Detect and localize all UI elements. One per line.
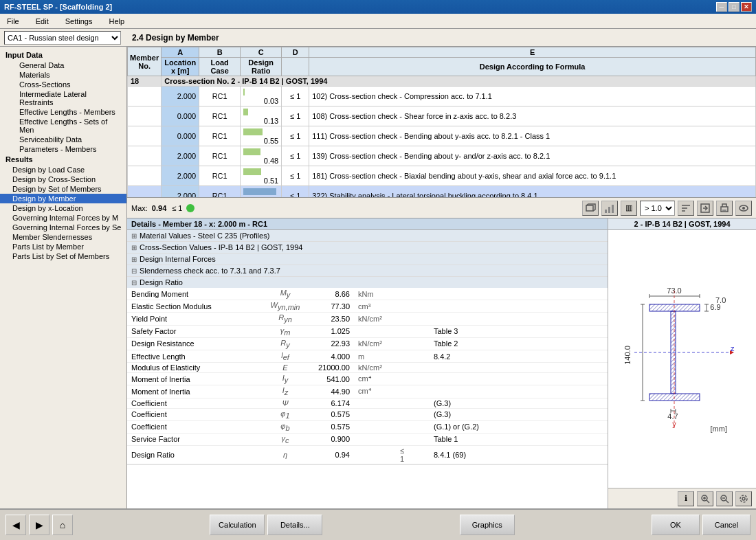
forward-button[interactable]: ▶ <box>29 515 49 535</box>
sidebar-item-effective-lengths-sets[interactable]: Effective Lengths - Sets of Men <box>0 117 126 135</box>
max-label: Max: <box>131 204 148 212</box>
table-row[interactable]: 18 Cross-section No. 2 - IP-B 14 B2 | GO… <box>128 76 756 87</box>
zoom-out-button[interactable] <box>716 491 733 506</box>
list-item: Coefficient φ1 0.575 (G.3) <box>127 408 608 420</box>
table-row[interactable]: 2.000 RC1 0.03 ≤ 1 102) Cross-section ch… <box>128 87 756 106</box>
sidebar-item-effective-lengths-members[interactable]: Effective Lengths - Members <box>0 107 126 117</box>
sidebar-item-serviceability[interactable]: Serviceability Data <box>0 135 126 144</box>
home-button[interactable]: ⌂ <box>52 515 73 535</box>
svg-text:y: y <box>672 420 676 428</box>
col-location-header: Locationx [m] <box>162 58 199 76</box>
sidebar-item-member-slendernesses[interactable]: Member Slendernesses <box>0 232 126 242</box>
sidebar-item-governing-internal-se[interactable]: Governing Internal Forces by Se <box>0 223 126 232</box>
section-label-cell: Cross-section No. 2 - IP-B 14 B2 | GOST,… <box>162 76 756 87</box>
svg-rect-3 <box>612 205 614 213</box>
sidebar-item-design-by-load-case[interactable]: Design by Load Case <box>0 165 126 175</box>
graphics-button[interactable]: Graphics <box>460 515 515 535</box>
menu-help[interactable]: Help <box>104 16 129 27</box>
cancel-button[interactable]: Cancel <box>702 515 751 535</box>
member-no-cell <box>128 126 162 146</box>
sidebar-item-cross-sections[interactable]: Cross-Sections <box>0 80 126 89</box>
sidebar-item-parts-list-member[interactable]: Parts List by Member <box>0 242 126 251</box>
info-button[interactable]: ℹ <box>678 491 694 506</box>
material-values-header[interactable]: ⊞ Material Values - Steel C 235 (Profile… <box>127 230 608 241</box>
list-item: Effective Length lef 4.000 m 8.4.2 <box>127 350 608 362</box>
svg-rect-10 <box>722 210 726 211</box>
load-case-cell: RC1 <box>199 87 241 106</box>
load-case-cell: RC1 <box>199 126 241 146</box>
list-item: Moment of Inertia Iz 44.90 cm⁴ <box>127 385 608 398</box>
ok-button[interactable]: OK <box>652 515 700 535</box>
prop-compare <box>409 398 430 408</box>
chart-button[interactable] <box>601 201 618 216</box>
print-button[interactable] <box>716 201 733 216</box>
minimize-button[interactable]: ─ <box>716 2 727 12</box>
le-cell: ≤ 1 <box>282 87 309 106</box>
formula-cell: 102) Cross-section check - Compression a… <box>309 87 756 106</box>
prop-value: 0.900 <box>306 433 354 445</box>
menu-edit[interactable]: Edit <box>32 16 53 27</box>
filter-button[interactable]: ▥ <box>621 201 637 216</box>
sidebar-item-design-by-x[interactable]: Design by x-Location <box>0 203 126 213</box>
prop-symbol: E <box>265 363 306 373</box>
maximize-button[interactable]: □ <box>729 2 740 12</box>
data-table-area: MemberNo. A B C D E Locationx [m] LoadCa… <box>127 47 756 198</box>
sidebar-item-parameters-members[interactable]: Parameters - Members <box>0 144 126 154</box>
table-row[interactable]: 2.000 RC1 0.51 ≤ 1 181) Cross-section ch… <box>128 166 756 186</box>
list-item: Modulus of Elasticity E 21000.00 kN/cm² <box>127 363 608 373</box>
zoom-in-button[interactable] <box>697 491 713 506</box>
prop-name: Design Resistance <box>127 337 265 350</box>
prop-compare <box>409 408 430 420</box>
menu-settings[interactable]: Settings <box>61 16 97 27</box>
sidebar-item-general-data[interactable]: General Data <box>0 60 126 70</box>
prop-value: 0.575 <box>306 408 354 420</box>
profile-title: 2 - IP-B 14 B2 | GOST, 1994 <box>608 218 756 230</box>
sort-button[interactable] <box>678 201 694 216</box>
settings-button[interactable] <box>735 491 752 506</box>
col-a-header: A <box>162 47 199 58</box>
table-row[interactable]: 2.000 RC1 0.94 ≤ 1 322) Stability analys… <box>128 186 756 199</box>
cross-section-values-header[interactable]: ⊞ Cross-Section Values - IP-B 14 B2 | GO… <box>127 242 608 253</box>
design-ratio-section-header[interactable]: ⊟ Design Ratio <box>127 277 608 288</box>
design-ratio-section-label: Design Ratio <box>140 278 183 286</box>
load-case-cell: RC1 <box>199 106 241 126</box>
prop-compare <box>409 446 430 464</box>
svg-rect-0 <box>586 205 593 211</box>
sidebar-item-design-by-member[interactable]: Design by Member <box>0 194 126 203</box>
calculation-button[interactable]: Calculation <box>210 515 265 535</box>
table-row[interactable]: 2.000 RC1 0.48 ≤ 1 139) Cross-section ch… <box>128 146 756 166</box>
prop-compare <box>409 373 430 385</box>
close-button[interactable]: ✕ <box>741 2 752 12</box>
sidebar-item-governing-internal-m[interactable]: Governing Internal Forces by M <box>0 213 126 223</box>
list-item: Bending Moment My 8.66 kNm <box>127 288 608 300</box>
details-header: Details - Member 18 - x: 2.000 m - RC1 <box>127 218 608 230</box>
view-3d-button[interactable] <box>582 201 599 216</box>
sidebar-item-parts-list-set[interactable]: Parts List by Set of Members <box>0 251 126 261</box>
menu-file[interactable]: File <box>3 16 23 27</box>
prop-leq <box>395 350 409 362</box>
prop-symbol: Iy <box>265 373 306 385</box>
ratio-filter-dropdown[interactable]: > 1.0 > 0.5 All <box>640 201 675 216</box>
visibility-button[interactable] <box>735 201 752 216</box>
slenderness-header[interactable]: ⊟ Slenderness check acc. to 7.3.1 and 7.… <box>127 265 608 276</box>
prop-name: Effective Length <box>127 350 265 362</box>
prop-value: 22.93 <box>306 337 354 350</box>
member-no-cell <box>128 186 162 199</box>
sidebar-item-intermediate-lateral[interactable]: Intermediate Lateral Restraints <box>0 89 126 107</box>
prop-name: Coefficient <box>127 398 265 408</box>
load-case-cell: RC1 <box>199 166 241 186</box>
design-internal-forces-header[interactable]: ⊞ Design Internal Forces <box>127 254 608 265</box>
prop-ref: 8.4.1 (69) <box>430 446 608 464</box>
sidebar-item-materials[interactable]: Materials <box>0 70 126 80</box>
content-area: Input Data General Data Materials Cross-… <box>0 47 756 508</box>
table-row[interactable]: 0.000 RC1 0.55 ≤ 1 111) Cross-section ch… <box>128 126 756 146</box>
sidebar-item-design-by-set[interactable]: Design by Set of Members <box>0 184 126 194</box>
formula-cell: 111) Cross-section check - Bending about… <box>309 126 756 146</box>
table-row[interactable]: 0.000 RC1 0.13 ≤ 1 108) Cross-section ch… <box>128 106 756 126</box>
details-button[interactable]: Details... <box>267 515 322 535</box>
back-button[interactable]: ◀ <box>5 515 26 535</box>
le-cell: ≤ 1 <box>282 126 309 146</box>
sidebar-item-design-by-cross-section[interactable]: Design by Cross-Section <box>0 175 126 184</box>
export-button[interactable] <box>697 201 713 216</box>
design-case-dropdown[interactable]: CA1 - Russian steel design <box>4 31 121 45</box>
